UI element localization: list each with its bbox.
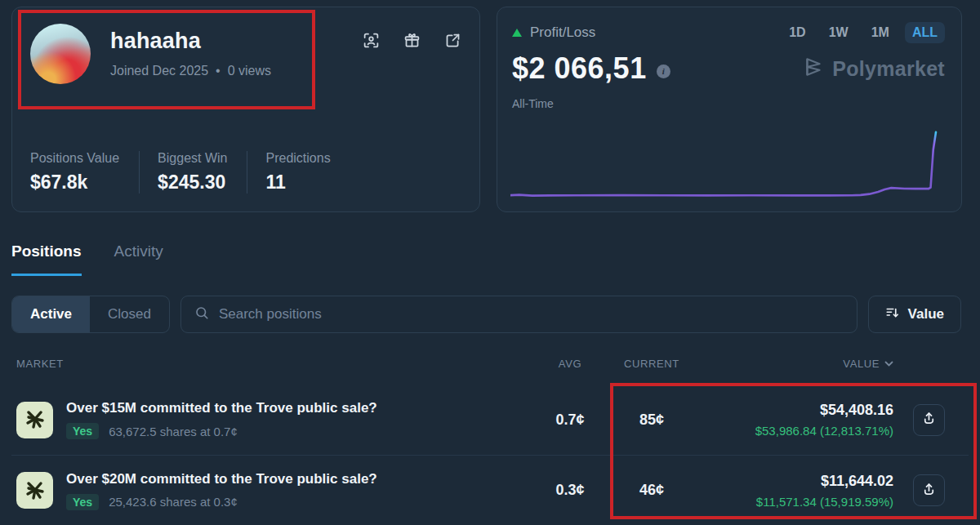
sort-icon bbox=[885, 305, 900, 324]
pnl-amount: $2 066,51 bbox=[512, 51, 647, 86]
polymarket-logo-icon bbox=[803, 56, 824, 81]
pnl-value-row: $2 066,51 i Polymarket bbox=[512, 51, 945, 86]
header-current: CURRENT bbox=[603, 358, 701, 370]
username: hahaaha bbox=[110, 29, 363, 54]
pnl-line-chart bbox=[510, 122, 948, 200]
tabs-divider bbox=[11, 276, 969, 277]
position-value: $54,408.16 bbox=[701, 402, 893, 419]
header-value-label: VALUE bbox=[843, 358, 880, 370]
market-info: Over $15M committed to the Trove public … bbox=[66, 400, 377, 439]
stat-label: Biggest Win bbox=[158, 151, 227, 166]
profile-meta: Joined Dec 2025 • 0 views bbox=[110, 64, 363, 78]
info-icon[interactable]: i bbox=[657, 65, 670, 78]
trend-up-icon bbox=[512, 29, 522, 37]
positions-filter-row: Active Closed Value bbox=[11, 296, 961, 333]
views-count: 0 views bbox=[228, 64, 271, 78]
profile-stats: Positions Value $67.8k Biggest Win $245.… bbox=[30, 151, 461, 194]
profile-actions bbox=[363, 24, 461, 49]
pnl-title-wrap: Profit/Loss bbox=[512, 24, 782, 41]
stat-label: Positions Value bbox=[30, 151, 119, 166]
range-1d-button[interactable]: 1D bbox=[782, 22, 813, 43]
range-1m-button[interactable]: 1M bbox=[864, 22, 897, 43]
stat-value: $67.8k bbox=[30, 171, 119, 194]
market-info: Over $20M committed to the Trove public … bbox=[66, 471, 377, 510]
sort-button-label: Value bbox=[908, 306, 944, 323]
share-position-button[interactable] bbox=[913, 474, 945, 506]
profit-loss-card: Profit/Loss 1D 1W 1M ALL $2 066,51 i Po bbox=[497, 7, 962, 212]
range-all-button[interactable]: ALL bbox=[905, 22, 945, 43]
sort-by-value-button[interactable]: Value bbox=[868, 296, 961, 333]
outcome-badge: Yes bbox=[66, 494, 99, 510]
current-price: 85¢ bbox=[603, 412, 701, 429]
gift-icon[interactable] bbox=[403, 32, 421, 49]
market-title: Over $15M committed to the Trove public … bbox=[66, 400, 377, 416]
avg-price: 0.3¢ bbox=[537, 482, 603, 499]
pnl-period-label: All-Time bbox=[512, 97, 945, 110]
stat-value: $245.30 bbox=[158, 171, 227, 194]
profile-card: hahaaha Joined Dec 2025 • 0 views bbox=[11, 7, 480, 212]
time-range-selector: 1D 1W 1M ALL bbox=[782, 22, 945, 43]
tab-activity[interactable]: Activity bbox=[114, 242, 163, 276]
segment-closed[interactable]: Closed bbox=[90, 296, 169, 332]
share-icon bbox=[921, 482, 937, 500]
search-positions-input[interactable] bbox=[219, 306, 844, 323]
market-title: Over $20M committed to the Trove public … bbox=[66, 471, 377, 487]
tab-positions[interactable]: Positions bbox=[11, 242, 82, 276]
table-rows: Over $15M committed to the Trove public … bbox=[11, 385, 969, 525]
shares-text: 63,672.5 shares at 0.7¢ bbox=[109, 425, 238, 438]
stat-label: Predictions bbox=[265, 151, 330, 166]
pnl-header: Profit/Loss 1D 1W 1M ALL bbox=[512, 22, 945, 43]
segment-active[interactable]: Active bbox=[12, 296, 90, 332]
joined-date: Joined Dec 2025 bbox=[110, 64, 208, 78]
pnl-value-wrap: $2 066,51 i bbox=[512, 51, 803, 86]
share-icon bbox=[921, 411, 937, 429]
status-segmented-control: Active Closed bbox=[11, 296, 170, 333]
market-icon bbox=[16, 402, 53, 438]
header-value-sortable[interactable]: VALUE bbox=[701, 358, 893, 370]
position-pnl: $11,571.34 (15,919.59%) bbox=[701, 495, 893, 509]
external-link-icon[interactable] bbox=[444, 32, 461, 49]
header-avg: AVG bbox=[537, 358, 603, 370]
share-position-button[interactable] bbox=[913, 404, 945, 436]
table-header-row: MARKET AVG CURRENT VALUE bbox=[11, 358, 969, 370]
range-1w-button[interactable]: 1W bbox=[822, 22, 856, 43]
avg-price: 0.7¢ bbox=[537, 412, 603, 429]
search-icon bbox=[194, 305, 209, 323]
avatar bbox=[30, 24, 91, 84]
stat-biggest-win: Biggest Win $245.30 bbox=[139, 151, 247, 194]
market-icon bbox=[16, 472, 53, 509]
position-row-1[interactable]: Over $15M committed to the Trove public … bbox=[11, 385, 969, 455]
stat-predictions: Predictions 11 bbox=[247, 151, 350, 194]
position-row-2[interactable]: Over $20M committed to the Trove public … bbox=[11, 455, 969, 525]
current-price: 46¢ bbox=[603, 482, 701, 499]
pnl-chart bbox=[510, 122, 948, 200]
polymarket-profile-page: hahaaha Joined Dec 2025 • 0 views bbox=[0, 0, 980, 525]
search-positions-box bbox=[180, 296, 858, 333]
qr-scan-icon[interactable] bbox=[363, 32, 380, 49]
profile-header: hahaaha Joined Dec 2025 • 0 views bbox=[12, 7, 479, 84]
profile-names: hahaaha Joined Dec 2025 • 0 views bbox=[110, 24, 363, 78]
chevron-down-icon bbox=[884, 358, 893, 370]
stat-value: 11 bbox=[265, 171, 330, 194]
polymarket-watermark: Polymarket bbox=[803, 56, 945, 81]
profile-tabs: Positions Activity bbox=[11, 242, 969, 276]
polymarket-wordmark: Polymarket bbox=[832, 57, 945, 81]
header-market: MARKET bbox=[16, 358, 537, 370]
position-pnl: $53,986.84 (12,813.71%) bbox=[701, 424, 893, 438]
meta-separator-dot: • bbox=[216, 64, 220, 78]
outcome-badge: Yes bbox=[66, 423, 99, 439]
positions-table: MARKET AVG CURRENT VALUE bbox=[11, 358, 969, 525]
shares-text: 25,423.6 shares at 0.3¢ bbox=[109, 495, 238, 509]
pnl-title: Profit/Loss bbox=[530, 24, 595, 41]
position-value: $11,644.02 bbox=[701, 473, 893, 490]
stat-positions-value: Positions Value $67.8k bbox=[30, 151, 139, 194]
